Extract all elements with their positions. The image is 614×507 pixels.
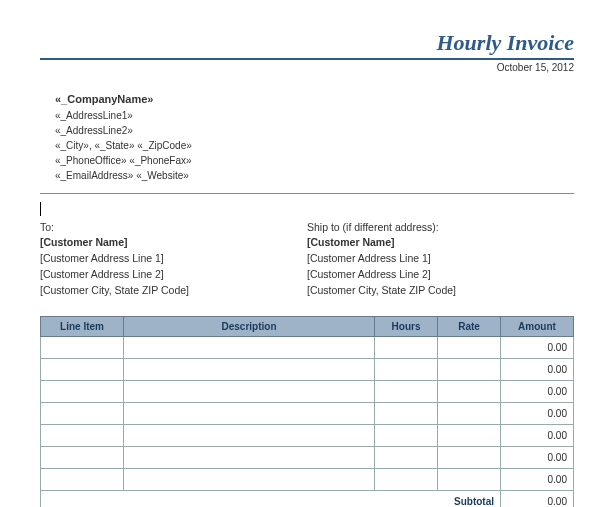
- ship-to-addr1: [Customer Address Line 1]: [307, 251, 574, 267]
- divider: [40, 193, 574, 194]
- company-phone-line: «_PhoneOffice» «_PhoneFax»: [55, 153, 574, 168]
- cell-amount: 0.00: [501, 359, 574, 381]
- col-line-item: Line Item: [41, 317, 124, 337]
- company-web-line: «_EmailAddress» «_Website»: [55, 168, 574, 183]
- table-row[interactable]: 0.00: [41, 403, 574, 425]
- subtotal-label: Subtotal: [41, 491, 501, 507]
- bill-to-name: [Customer Name]: [40, 235, 307, 251]
- table-row[interactable]: 0.00: [41, 359, 574, 381]
- invoice-title: Hourly Invoice: [40, 30, 574, 60]
- cell-amount: 0.00: [501, 469, 574, 491]
- bill-to-block: To: [Customer Name] [Customer Address Li…: [40, 220, 307, 299]
- company-name: «_CompanyName»: [55, 91, 574, 108]
- subtotal-value: 0.00: [501, 491, 574, 507]
- ship-to-block: Ship to (if different address): [Custome…: [307, 220, 574, 299]
- table-row[interactable]: 0.00: [41, 447, 574, 469]
- bill-to-city: [Customer City, State ZIP Code]: [40, 283, 307, 299]
- cell-amount: 0.00: [501, 403, 574, 425]
- company-city-line: «_City», «_State» «_ZipCode»: [55, 138, 574, 153]
- company-addr2: «_AddressLine2»: [55, 123, 574, 138]
- ship-to-city: [Customer City, State ZIP Code]: [307, 283, 574, 299]
- ship-to-addr2: [Customer Address Line 2]: [307, 267, 574, 283]
- table-row[interactable]: 0.00: [41, 425, 574, 447]
- col-amount: Amount: [501, 317, 574, 337]
- subtotal-row: Subtotal 0.00: [41, 491, 574, 507]
- cell-amount: 0.00: [501, 425, 574, 447]
- bill-to-label: To:: [40, 220, 307, 236]
- table-row[interactable]: 0.00: [41, 337, 574, 359]
- company-addr1: «_AddressLine1»: [55, 108, 574, 123]
- invoice-date: October 15, 2012: [40, 62, 574, 73]
- bill-to-addr2: [Customer Address Line 2]: [40, 267, 307, 283]
- address-section: To: [Customer Name] [Customer Address Li…: [40, 220, 574, 299]
- cell-amount: 0.00: [501, 381, 574, 403]
- ship-to-label: Ship to (if different address):: [307, 220, 574, 236]
- col-hours: Hours: [375, 317, 438, 337]
- table-row[interactable]: 0.00: [41, 469, 574, 491]
- cell-amount: 0.00: [501, 337, 574, 359]
- text-cursor: [40, 202, 41, 216]
- line-items-table: Line Item Description Hours Rate Amount …: [40, 316, 574, 507]
- company-block: «_CompanyName» «_AddressLine1» «_Address…: [55, 91, 574, 183]
- bill-to-addr1: [Customer Address Line 1]: [40, 251, 307, 267]
- col-rate: Rate: [438, 317, 501, 337]
- cell-amount: 0.00: [501, 447, 574, 469]
- col-description: Description: [124, 317, 375, 337]
- table-header-row: Line Item Description Hours Rate Amount: [41, 317, 574, 337]
- ship-to-name: [Customer Name]: [307, 235, 574, 251]
- table-row[interactable]: 0.00: [41, 381, 574, 403]
